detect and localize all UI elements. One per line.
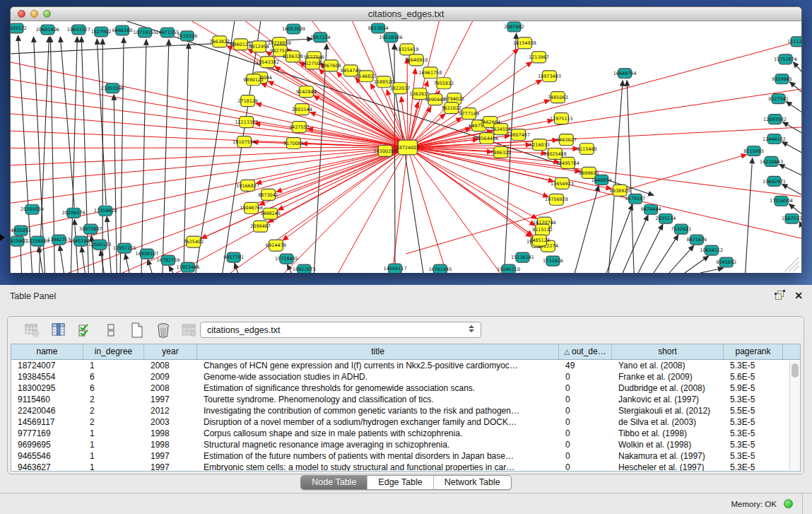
cell-short[interactable]: Nakamura et al. (1997) [612,450,724,462]
graph-node[interactable] [286,51,300,62]
graph-node[interactable] [74,236,88,246]
graph-node[interactable] [213,36,227,47]
graph-node[interactable] [41,25,54,35]
graph-node[interactable] [512,129,526,141]
graph-node[interactable] [377,76,391,88]
graph-node[interactable] [546,256,560,266]
graph-node[interactable] [298,264,311,273]
window-zoom-button[interactable] [43,10,51,18]
cell-year[interactable]: 1997 [144,394,197,405]
graph-node[interactable] [560,157,575,168]
graph-node[interactable] [160,28,174,37]
cell-out_de[interactable]: 0 [559,450,612,462]
memory-ok-indicator[interactable] [784,499,793,508]
graph-node[interactable] [595,175,608,185]
graph-node[interactable] [359,71,373,82]
cell-name[interactable]: 9777169 [11,428,83,439]
table-row[interactable]: 911546021997Tourette syndrome. Phenomeno… [11,394,800,405]
graph-node[interactable] [542,71,556,82]
cell-name[interactable]: 19384554 [11,371,83,382]
column-header-short[interactable]: short [612,344,724,359]
column-header-out_de[interactable]: △out_de… [559,344,612,359]
graph-node[interactable] [423,67,437,78]
table-row[interactable]: 2242004622012Investigating the contribut… [11,405,800,416]
cell-title[interactable]: Tourette syndrome. Phenomenology and cla… [197,394,559,405]
graph-node[interactable] [25,204,39,214]
graph-node[interactable] [286,138,300,149]
graph-node[interactable] [548,148,562,159]
cell-name[interactable]: 22420046 [11,405,83,416]
cell-pagerank[interactable]: 5.3E-5 [724,428,783,439]
cell-pagerank[interactable]: 5.3E-5 [724,439,783,450]
cell-in_degree[interactable]: 1 [83,439,144,450]
cell-year[interactable]: 2009 [144,371,197,382]
cell-in_degree[interactable]: 1 [83,450,144,462]
cell-pagerank[interactable]: 5.6E-5 [724,371,783,382]
cell-short[interactable]: Dudbridge et al. (2008) [612,382,724,394]
graph-node[interactable] [582,167,596,178]
table-row[interactable]: 946362711997Embryonic stem cells: a mode… [11,462,800,472]
table-row[interactable]: 1938455462009Genome-wide association stu… [11,371,800,382]
table-mode-button[interactable] [23,321,42,339]
cell-year[interactable]: 1998 [144,428,197,439]
graph-node[interactable] [314,33,327,42]
graph-node[interactable] [779,54,792,64]
cell-pagerank[interactable]: 5.3E-5 [724,394,783,405]
graph-node[interactable] [269,240,283,251]
graph-node[interactable] [409,54,423,66]
graph-node[interactable] [106,83,119,93]
graph-node[interactable] [389,264,402,273]
tab-edge-table[interactable]: Edge Table [367,476,433,489]
table-row[interactable]: 977716911998Corpus callosum shape and si… [11,428,800,439]
panel-close-icon[interactable]: ✕ [794,291,803,300]
graph-node[interactable] [72,25,86,35]
cell-title[interactable]: Genome-wide association studies in ADHD. [197,371,559,382]
graph-node[interactable] [14,226,28,235]
graph-node[interactable] [629,194,642,204]
graph-node[interactable] [287,24,300,34]
cell-short[interactable]: Tibbo et al. (1998) [612,428,724,439]
graph-node[interactable] [747,146,760,156]
float-window-icon[interactable] [775,290,785,300]
cell-title[interactable]: Estimation of the future numbers of pati… [197,450,559,462]
cell-title[interactable]: Estimation of significance thresholds fo… [197,382,559,394]
graph-node[interactable] [400,44,414,55]
graph-node[interactable] [719,257,733,267]
cell-in_degree[interactable]: 2 [83,405,144,416]
cell-year[interactable]: 2012 [144,405,197,416]
graph-node[interactable] [768,115,782,124]
graph-node[interactable] [765,156,778,166]
cell-in_degree[interactable]: 1 [83,462,144,472]
cell-name[interactable]: 9115460 [11,394,83,405]
cell-short[interactable]: Jankovic et al. (1997) [612,394,724,405]
graph-node[interactable] [554,113,568,124]
graph-node[interactable] [775,196,788,206]
column-header-in_degree[interactable]: in_degree [83,344,144,359]
cell-out_de[interactable]: 0 [559,462,612,472]
graph-node[interactable] [261,57,275,68]
graph-node[interactable] [791,37,801,47]
graph-node[interactable] [93,240,107,250]
graph-node[interactable] [767,134,781,144]
column-header-pagerank[interactable]: pagerank [724,344,783,359]
network-graph[interactable]: 1872400718300295766382288601238912954182… [11,21,801,273]
cell-short[interactable]: Hescheler et al. (1997) [612,462,724,472]
graph-node[interactable] [118,243,131,253]
graph-node[interactable] [227,252,240,262]
graph-node[interactable] [280,254,293,264]
graph-node[interactable] [237,136,252,148]
cell-name[interactable]: 9699695 [11,439,83,450]
graph-node[interactable] [516,252,529,262]
cell-out_de[interactable]: 49 [559,360,612,371]
graph-node[interactable] [161,255,175,265]
new-table-button[interactable] [128,321,146,339]
cell-in_degree[interactable]: 6 [83,382,144,394]
graph-node[interactable] [245,202,259,214]
import-table-button[interactable] [180,321,199,339]
graph-node[interactable] [579,144,594,155]
cell-in_degree[interactable]: 2 [83,416,144,428]
graph-node[interactable] [480,133,494,144]
cell-year[interactable]: 1997 [144,450,197,462]
cell-name[interactable]: 9463627 [11,462,83,472]
graph-node[interactable] [99,206,112,216]
